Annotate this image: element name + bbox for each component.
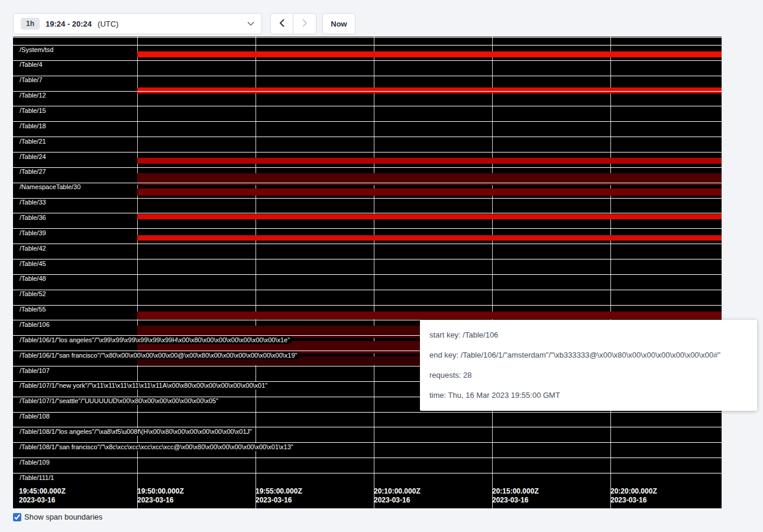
time-gridline [137, 37, 138, 508]
time-range-label: 19:24 - 20:24 [46, 20, 92, 28]
span-boundary-line [13, 412, 722, 413]
span-label: /Table/12 [19, 92, 48, 99]
span-boundary-line [13, 37, 722, 38]
span-boundary-line [13, 244, 722, 244]
show-span-boundaries-checkbox[interactable] [13, 513, 21, 521]
tooltip-requests: requests: 28 [429, 365, 748, 385]
span-boundary-line [13, 121, 722, 122]
key-visualizer-page: 1h 19:24 - 20:24 (UTC) Now /System/tsd/T… [0, 0, 763, 532]
span-label: /Table/45 [19, 260, 48, 268]
x-axis-time-label: 20:10:00.000Z [374, 487, 421, 496]
x-axis-date-label: 2023-03-16 [610, 496, 646, 505]
span-label: /Table/39 [19, 229, 48, 237]
span-boundary-line [13, 91, 722, 92]
span-label: /Table/36 [19, 214, 48, 222]
span-boundary-line [13, 106, 722, 106]
keyviz-canvas[interactable]: /System/tsd/Table/4/Table/7/Table/12/Tab… [13, 37, 722, 508]
time-gridline [492, 37, 493, 508]
span-boundary-line [13, 183, 722, 183]
span-label: /Table/109 [19, 459, 51, 466]
heat-band [137, 158, 722, 164]
span-label: /Table/111/1 [19, 474, 56, 482]
span-boundary-line [13, 152, 722, 153]
span-label: /Table/108 [19, 413, 51, 420]
heat-band [137, 173, 722, 185]
span-label: /Table/108/1/"los angeles"/"\xa8\xf5\u00… [19, 428, 254, 436]
span-boundary-line [13, 45, 722, 46]
span-label: /Table/24 [19, 153, 48, 161]
span-label: /Table/42 [19, 245, 48, 252]
time-gridline [374, 37, 374, 508]
span-label: /Table/107/1/"new york"/"\x11\x11\x11\x1… [19, 382, 269, 390]
time-gridline [610, 37, 611, 508]
span-label: /Table/48 [19, 275, 48, 283]
time-window-badge: 1h [21, 18, 40, 30]
span-label: /Table/18 [19, 122, 48, 130]
timezone-label: (UTC) [98, 20, 118, 28]
tooltip-end-key: end key: /Table/106/1/"amsterdam"/"\xb33… [429, 345, 748, 365]
heat-band [137, 312, 722, 319]
span-label: /Table/33 [19, 199, 48, 206]
span-boundary-line [13, 76, 722, 76]
span-boundary-line [13, 167, 722, 168]
x-axis-date-label: 2023-03-16 [492, 496, 528, 505]
span-label: /Table/106/1/"los angeles"/"\x99\x99\x99… [19, 336, 292, 344]
span-label: /Table/55 [19, 306, 48, 313]
previous-time-button[interactable] [270, 13, 293, 34]
span-label: /Table/52 [19, 290, 48, 298]
heat-band [137, 235, 722, 241]
span-label: /Table/15 [19, 107, 48, 115]
span-label: /System/tsd [19, 46, 55, 54]
span-boundary-line [13, 458, 722, 458]
x-axis-date-label: 2023-03-16 [19, 496, 55, 505]
span-boundary-line [13, 198, 722, 199]
toolbar: 1h 19:24 - 20:24 (UTC) Now [13, 13, 355, 34]
time-range-selector[interactable]: 1h 19:24 - 20:24 (UTC) [13, 13, 262, 34]
x-axis-date-label: 2023-03-16 [137, 496, 173, 505]
x-axis-time-label: 20:20:00.000Z [610, 487, 657, 496]
next-time-button[interactable] [293, 13, 316, 34]
chevron-right-icon [302, 19, 308, 29]
span-label: /Table/27 [19, 168, 48, 176]
span-label: /Table/107/1/"seattle"/"UUUUUUD\x00\x80\… [19, 397, 220, 405]
span-label: /Table/106 [19, 321, 51, 329]
span-boundary-line [13, 274, 722, 275]
x-axis-date-label: 2023-03-16 [256, 496, 292, 505]
x-axis-time-label: 20:15:00.000Z [492, 487, 539, 496]
time-nav-group [270, 13, 316, 34]
heat-band [137, 189, 722, 196]
x-axis-time-label: 19:50:00.000Z [137, 487, 184, 496]
span-tooltip: start key: /Table/106 end key: /Table/10… [420, 320, 757, 411]
x-axis-time-label: 19:45:00.000Z [19, 487, 66, 496]
span-label: /NamespaceTable/30 [19, 183, 82, 191]
heat-band [137, 51, 722, 57]
span-label: /Table/7 [19, 76, 44, 84]
show-span-boundaries-label: Show span boundaries [24, 512, 102, 521]
span-label: /Table/106/1/"san francisco"/"\x80\x00\x… [19, 352, 299, 359]
x-axis-date-label: 2023-03-16 [374, 496, 410, 505]
span-boundary-line [13, 473, 722, 473]
chevron-down-icon [247, 21, 254, 26]
span-label: /Table/108/1/"san francisco"/"\x8c\xcc\x… [19, 443, 295, 451]
now-button[interactable]: Now [322, 13, 355, 34]
heat-band [137, 214, 722, 219]
x-axis-time-label: 19:55:00.000Z [256, 487, 302, 496]
span-label: /Table/4 [19, 61, 44, 69]
span-boundary-line [13, 305, 722, 306]
span-boundary-line [13, 290, 722, 290]
span-label: /Table/107 [19, 367, 51, 375]
time-gridline [256, 37, 256, 508]
span-boundary-line [13, 213, 722, 213]
chevron-left-icon [279, 19, 284, 29]
span-boundary-line [13, 259, 722, 259]
tooltip-start-key: start key: /Table/106 [429, 325, 748, 345]
span-boundary-line [13, 137, 722, 137]
tooltip-time: time: Thu, 16 Mar 2023 19:55:00 GMT [429, 385, 748, 406]
span-boundary-line [13, 60, 722, 61]
span-boundary-line [13, 228, 722, 229]
show-span-boundaries-control: Show span boundaries [13, 512, 102, 521]
span-label: /Table/21 [19, 138, 48, 145]
